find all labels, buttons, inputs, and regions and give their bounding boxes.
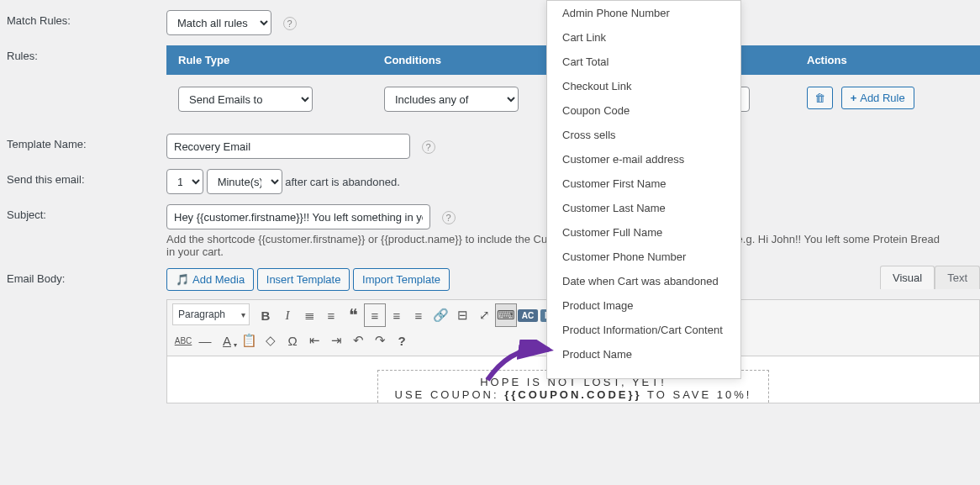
help-icon[interactable]: ? — [442, 211, 456, 224]
dropdown-item[interactable]: Date when Cart was abandoned — [547, 269, 740, 293]
dropdown-item[interactable]: Cart Total — [547, 50, 740, 74]
paste-icon[interactable]: 📋 — [238, 329, 260, 352]
clear-icon[interactable]: ◇ — [260, 329, 282, 352]
toggle-toolbar-icon[interactable]: ⌨ — [495, 303, 517, 327]
insert-template-button[interactable]: Insert Template — [257, 268, 350, 291]
dropdown-item[interactable]: Product Name — [547, 342, 740, 366]
dropdown-item[interactable]: Checkout Link — [547, 74, 740, 98]
add-media-button[interactable]: 🎵 Add Media — [166, 268, 254, 291]
pointer-arrow-icon — [483, 340, 559, 386]
omega-icon[interactable]: Ω — [282, 329, 303, 352]
merge-tags-dropdown[interactable]: Admin Phone NumberCart LinkCart TotalChe… — [546, 0, 741, 379]
ol-icon[interactable]: ≡ — [320, 303, 342, 327]
ac-badge-icon[interactable]: AC — [517, 303, 539, 327]
dropdown-item[interactable]: Customer Full Name — [547, 220, 740, 245]
align-left-icon[interactable]: ≡ — [364, 303, 386, 327]
content-line2: USE COUPON: {{COUPON.CODE}} TO SAVE 10%! — [378, 388, 768, 401]
tab-text[interactable]: Text — [935, 266, 980, 289]
th-conditions: Conditions — [372, 45, 545, 75]
dropdown-item[interactable]: Admin Phone Number — [547, 1, 740, 25]
dropdown-item[interactable]: Customer Last Name — [547, 196, 740, 220]
label-template-name: Template Name: — [7, 134, 166, 150]
abc-icon[interactable]: ABC — [172, 329, 194, 352]
dropdown-item[interactable]: Coupon Code — [547, 98, 740, 123]
dropdown-item[interactable]: Product Information/Cart Content — [547, 318, 740, 342]
after-text: after cart is abandoned. — [285, 176, 400, 188]
label-send-email: Send this email: — [7, 169, 166, 186]
import-template-button[interactable]: Import Template — [353, 268, 450, 291]
delete-rule-button[interactable]: 🗑 — [807, 87, 833, 109]
help-icon[interactable]: ? — [422, 140, 435, 154]
align-center-icon[interactable]: ≡ — [386, 303, 408, 327]
help-toolbar-icon[interactable]: ? — [391, 329, 413, 352]
label-email-body: Email Body: — [7, 268, 166, 285]
redo-icon[interactable]: ↷ — [369, 329, 391, 352]
hr-icon[interactable]: — — [194, 329, 216, 352]
match-rules-select[interactable]: Match all rules — [166, 10, 271, 35]
label-match-rules: Match Rules: — [7, 10, 166, 27]
help-icon[interactable]: ? — [283, 17, 297, 30]
condition-select[interactable]: Includes any of — [384, 87, 519, 112]
template-name-input[interactable] — [166, 134, 410, 159]
dropdown-item[interactable]: Product Image — [547, 293, 740, 318]
send-qty-select[interactable]: 1 — [166, 169, 203, 194]
ul-icon[interactable]: ≣ — [298, 303, 320, 327]
subject-input[interactable] — [166, 204, 430, 229]
quote-icon[interactable]: ❝ — [342, 303, 364, 327]
label-subject: Subject: — [7, 204, 166, 221]
paragraph-select[interactable]: Paragraph — [172, 303, 250, 325]
fullscreen-icon[interactable]: ⤢ — [473, 303, 495, 327]
dropdown-item[interactable]: Customer First Name — [547, 171, 740, 196]
label-rules: Rules: — [7, 45, 166, 62]
more-icon[interactable]: ⊟ — [451, 303, 473, 327]
dropdown-item[interactable]: Customer e-mail address — [547, 147, 740, 171]
dropdown-item[interactable]: Cross sells — [547, 123, 740, 147]
dropdown-item[interactable]: Cart Link — [547, 25, 740, 50]
send-unit-select[interactable]: Minute(s) — [207, 169, 282, 194]
dropdown-item[interactable]: Customer Phone Number — [547, 245, 740, 269]
italic-icon[interactable]: I — [277, 303, 298, 327]
undo-icon[interactable]: ↶ — [347, 329, 369, 352]
th-rule-type: Rule Type — [166, 45, 372, 75]
textcolor-icon[interactable]: A▾ — [216, 329, 238, 352]
th-actions: Actions — [795, 45, 980, 75]
indent-icon[interactable]: ⇥ — [325, 329, 347, 352]
align-right-icon[interactable]: ≡ — [408, 303, 429, 327]
rule-type-select[interactable]: Send Emails to — [178, 87, 313, 112]
bold-icon[interactable]: B — [255, 303, 277, 327]
outdent-icon[interactable]: ⇤ — [303, 329, 325, 352]
tab-visual[interactable]: Visual — [880, 266, 935, 289]
link-icon[interactable]: 🔗 — [429, 303, 451, 327]
add-rule-button[interactable]: +Add Rule — [841, 87, 914, 109]
